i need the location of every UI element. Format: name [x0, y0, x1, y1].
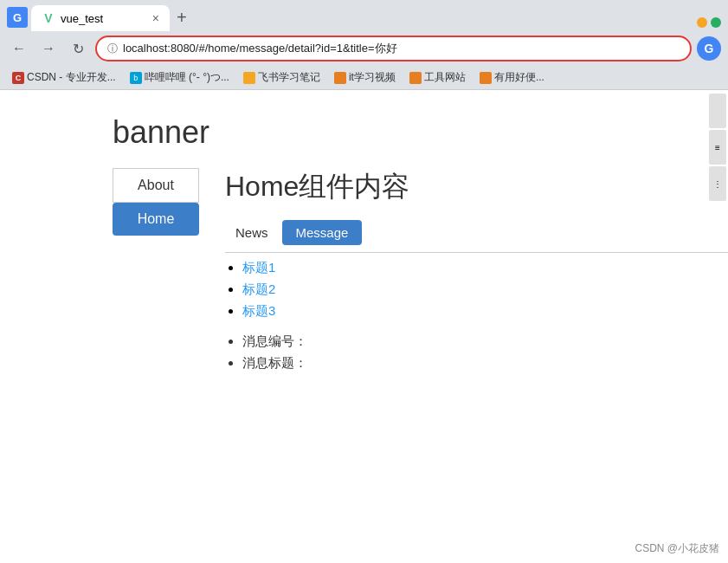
home-content: Home组件内容 News Message 标题1 标题2 标题3	[199, 168, 728, 377]
bookmark-bili[interactable]: b 哔哩哔哩 (°- °)つ...	[125, 68, 235, 87]
watermark: CSDN @小花皮猪	[635, 541, 719, 556]
bookmark-csdn[interactable]: C CSDN - 专业开发...	[7, 68, 121, 87]
minimize-button[interactable]	[697, 17, 707, 28]
message-link-2[interactable]: 标题2	[242, 282, 275, 296]
bookmark-more[interactable]: 有用好便...	[474, 68, 550, 87]
google-account-icon[interactable]: G	[697, 36, 721, 61]
tab-title: vue_test	[61, 12, 103, 25]
subnav-news[interactable]: News	[225, 220, 279, 245]
new-tab-button[interactable]: +	[170, 4, 194, 31]
bili-label: 哔哩哔哩 (°- °)つ...	[145, 70, 229, 85]
bookmark-it[interactable]: it学习视频	[329, 68, 401, 87]
home-title: Home组件内容	[225, 168, 728, 206]
right-sidebar: ≡ ⋮	[707, 90, 728, 204]
detail-title: 消息标题：	[242, 355, 728, 372]
bookmarks-bar: C CSDN - 专业开发... b 哔哩哔哩 (°- °)つ... 飞书学习笔…	[0, 66, 728, 90]
detail-section: 消息编号： 消息标题：	[225, 333, 728, 372]
sidebar-item-home[interactable]: Home	[113, 203, 199, 236]
detail-list: 消息编号： 消息标题：	[225, 333, 728, 372]
sidebar-item-about[interactable]: About	[113, 168, 199, 203]
browser-chrome: G V vue_test × + ← → ↻ ⓘ G C CSDN - 专业	[0, 0, 728, 90]
more-icon	[480, 72, 492, 84]
message-list: 标题1 标题2 标题3	[225, 260, 728, 320]
window-controls	[697, 17, 721, 31]
right-btn-3[interactable]: ⋮	[709, 166, 726, 201]
maximize-button[interactable]	[711, 17, 721, 28]
it-label: it学习视频	[349, 70, 396, 85]
list-item: 标题3	[242, 303, 728, 320]
tools-label: 工具网站	[424, 70, 466, 85]
more-label: 有用好便...	[494, 70, 544, 85]
main-layout: About Home Home组件内容 News Message 标题1 标题2…	[0, 168, 728, 377]
back-button[interactable]: ←	[7, 36, 31, 61]
sidebar-nav: About Home	[113, 168, 199, 377]
url-input[interactable]	[123, 42, 680, 55]
csdn-label: CSDN - 专业开发...	[27, 70, 116, 85]
tab-bar: G V vue_test × +	[0, 0, 728, 31]
list-item: 标题2	[242, 282, 728, 298]
feishu-icon	[243, 72, 255, 84]
bookmark-feishu[interactable]: 飞书学习笔记	[238, 68, 325, 87]
right-btn-1[interactable]	[709, 94, 726, 128]
address-bar-row: ← → ↻ ⓘ G	[0, 31, 728, 66]
bili-icon: b	[130, 72, 142, 84]
forward-button[interactable]: →	[36, 36, 61, 61]
google-docs-icon: G	[7, 7, 28, 28]
message-link-3[interactable]: 标题3	[242, 303, 275, 318]
list-item: 标题1	[242, 260, 728, 276]
detail-id: 消息编号：	[242, 333, 728, 350]
right-btn-2[interactable]: ≡	[709, 130, 726, 165]
lock-icon: ⓘ	[107, 42, 118, 56]
it-icon	[334, 72, 346, 84]
message-link-1[interactable]: 标题1	[242, 260, 275, 275]
tools-icon	[409, 72, 422, 84]
feishu-label: 飞书学习笔记	[258, 70, 320, 85]
page-content: banner About Home Home组件内容 News Message …	[0, 90, 728, 563]
csdn-icon: C	[12, 72, 24, 84]
tab-close-button[interactable]: ×	[152, 11, 159, 25]
bookmark-tools[interactable]: 工具网站	[404, 68, 471, 87]
subnav-message[interactable]: Message	[282, 220, 363, 245]
banner: banner	[0, 90, 728, 168]
sub-nav: News Message	[225, 220, 728, 253]
vue-favicon: V	[42, 11, 55, 25]
refresh-button[interactable]: ↻	[66, 36, 90, 61]
active-tab[interactable]: V vue_test ×	[31, 5, 170, 31]
address-bar[interactable]: ⓘ	[95, 36, 692, 61]
